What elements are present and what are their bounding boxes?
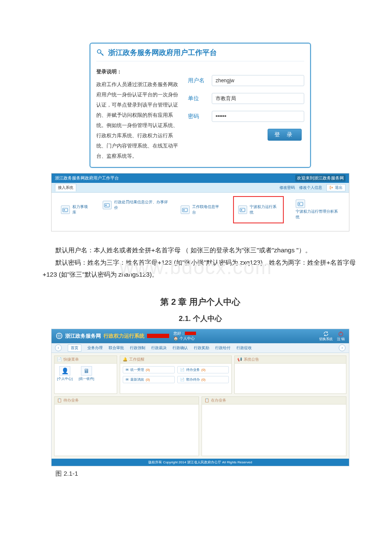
brand-text-1: 浙江政务服务网 bbox=[65, 332, 101, 340]
portal-title: 浙江政务服务网政府用户工作平台 bbox=[55, 175, 119, 181]
work-item-count: (0) bbox=[146, 368, 150, 372]
password-label: 密码 bbox=[188, 113, 206, 120]
globe-icon bbox=[56, 332, 63, 339]
refresh-icon bbox=[323, 331, 329, 337]
app-penalty-disclosure[interactable]: 行政处罚结果信息公开、办事评价 bbox=[103, 199, 169, 220]
nav-prev-button[interactable]: ‹ bbox=[55, 344, 62, 351]
exit-button[interactable]: 退出 bbox=[326, 184, 346, 191]
red-block bbox=[147, 334, 169, 338]
login-instructions-text: 政府工作人员通过浙江政务服务网政府用户统一身份认证平台的一次身份认证，可单点登录… bbox=[96, 79, 179, 161]
app-power-items[interactable]: 权力事项库 bbox=[61, 199, 91, 220]
app-icon bbox=[103, 201, 112, 209]
login-button[interactable]: 登 录 bbox=[268, 129, 302, 141]
nav-item[interactable]: 行政给付 bbox=[215, 345, 231, 351]
login-panel: 浙江政务服务网政府用户工作平台 登录说明： 政府工作人员通过浙江政务服务网政府用… bbox=[89, 43, 311, 168]
panel-head-pending: 📋 待办业务 bbox=[55, 397, 199, 405]
logout-label: 注 销 bbox=[337, 337, 345, 341]
login-instructions-title: 登录说明： bbox=[96, 66, 179, 77]
work-item-label: 待办业务 bbox=[186, 367, 200, 372]
body-text: 默认用户名：本人姓名或者姓全拼+名首字母 （ 如张三的登录名为"张三"或者"zh… bbox=[43, 244, 358, 281]
key-icon bbox=[96, 49, 105, 57]
portal-apps-grid: 权力事项库 行政处罚结果信息公开、办事评价 工作联络信息平台 宁波权力运行系统 bbox=[52, 193, 349, 231]
panel-inprogress: 📋 在办业务 bbox=[202, 396, 346, 456]
link-change-info[interactable]: 修改个人信息 bbox=[299, 185, 322, 191]
portal-tab-apps[interactable]: 接入系统 bbox=[55, 184, 76, 191]
app-label: 行政处罚结果信息公开、办事评价 bbox=[114, 199, 169, 211]
quick-item-label: [统一收件] bbox=[78, 376, 94, 381]
panel-head-inprogress: 📋 在办业务 bbox=[202, 397, 346, 405]
app-icon bbox=[238, 205, 247, 214]
svg-point-10 bbox=[299, 203, 300, 205]
svg-point-2 bbox=[63, 209, 65, 211]
password-input[interactable]: •••••• bbox=[212, 111, 304, 122]
work-item-accept[interactable]: ✉ 统一受理(0) bbox=[123, 366, 175, 373]
panel-quick-menu: 📄 快捷菜单 👤 [个人中心] 🖥 [统一收件] bbox=[54, 356, 117, 394]
app-icon bbox=[61, 205, 70, 214]
person-icon: 👤 bbox=[59, 366, 70, 376]
quick-item-personal[interactable]: 👤 [个人中心] bbox=[57, 366, 72, 381]
panel-title: 系统公告 bbox=[244, 357, 259, 362]
app-label: 工作联络信息平台 bbox=[192, 204, 221, 215]
svg-point-6 bbox=[183, 209, 185, 211]
chapter-2-heading: 第 2 章 用户个人中心 bbox=[43, 296, 358, 308]
switch-system-button[interactable]: 切换系统 bbox=[319, 331, 333, 341]
nav-item[interactable]: 行政奖励 bbox=[194, 345, 209, 351]
app-ningbo-analysis[interactable]: 宁波权力运行管理分析系统 bbox=[296, 199, 340, 220]
nav-item[interactable]: 行政裁决 bbox=[151, 345, 167, 351]
work-item-label: 统一受理 bbox=[130, 367, 144, 372]
quick-item-receive[interactable]: 🖥 [统一收件] bbox=[78, 366, 94, 381]
login-instructions: 登录说明： 政府工作人员通过浙江政务服务网政府用户统一身份认证平台的一次身份认证… bbox=[96, 66, 179, 161]
logout-button[interactable]: 注 销 bbox=[337, 331, 345, 341]
svg-point-8 bbox=[241, 209, 242, 211]
app-label: 宁波权力运行管理分析系统 bbox=[296, 209, 340, 220]
power-icon bbox=[338, 331, 344, 337]
quick-item-label: [个人中心] bbox=[57, 376, 72, 381]
login-title: 浙江政务服务网政府用户工作平台 bbox=[108, 48, 217, 58]
brand-text-2: 行政权力运行系统 bbox=[104, 332, 144, 340]
user-name-redacted bbox=[185, 332, 196, 335]
portal-tabbar: 接入系统 修改密码 修改个人信息 退出 bbox=[52, 183, 349, 193]
section-2-1-heading: 2.1. 个人中心 bbox=[43, 314, 358, 324]
username-input[interactable]: zhengjw bbox=[212, 75, 304, 86]
nav-item[interactable]: 行政征收 bbox=[236, 345, 252, 351]
app-ningbo-power-run[interactable]: 宁波权力运行系统 bbox=[233, 196, 284, 223]
app-work-contact[interactable]: 工作联络信息平台 bbox=[181, 199, 221, 220]
nav-home[interactable]: 首页 bbox=[68, 344, 81, 352]
username-label: 用户名 bbox=[188, 77, 206, 84]
paragraph-password-rule: 默认密码：姓名为三字：姓名首字母+123 (如"张小强"默认密码为 zxq123… bbox=[43, 257, 358, 281]
paragraph-username-rule: 默认用户名：本人姓名或者姓全拼+名首字母 （ 如张三的登录名为"张三"或者"zh… bbox=[43, 244, 358, 257]
svg-point-4 bbox=[105, 205, 107, 206]
switch-system-label: 切换系统 bbox=[319, 337, 333, 341]
portal-screenshot: 浙江政务服务网政府用户工作平台 欢迎来到浙江政务服务网 接入系统 修改密码 修改… bbox=[51, 173, 349, 231]
exit-label: 退出 bbox=[335, 185, 343, 191]
nav-item[interactable]: 业务办理 bbox=[87, 345, 103, 351]
system-footer: 版权所有 Copyright 2014 浙江省人民政府办公厅 All Right… bbox=[52, 459, 349, 466]
panel-head-quick-menu: 📄 快捷菜单 bbox=[55, 356, 117, 364]
work-item-todo[interactable]: 📄 待办业务(0) bbox=[177, 366, 229, 373]
nav-item[interactable]: 行政确认 bbox=[173, 345, 188, 351]
login-header: 浙江政务服务网政府用户工作平台 bbox=[96, 48, 304, 61]
system-header: 浙江政务服务网 行政权力运行系统 您好： 🏠 个人中心 切换系统 注 销 bbox=[52, 329, 349, 343]
work-item-division[interactable]: 📄 部办待办(0) bbox=[177, 376, 229, 383]
portal-welcome: 欢迎来到浙江政务服务网 bbox=[295, 175, 346, 182]
panel-work-remind: 🔔 工作提醒 ✉ 统一受理(0) 📄 待办业务(0) ✉ 最新消息(0) 📄 部… bbox=[120, 356, 232, 394]
unit-input[interactable]: 市教育局 bbox=[212, 93, 304, 104]
panel-pending: 📋 待办业务 bbox=[54, 396, 199, 456]
nav-next-button[interactable]: › bbox=[339, 344, 346, 351]
hello-label: 您好： bbox=[173, 331, 185, 335]
unit-label: 单位 bbox=[188, 95, 206, 102]
system-nav: ‹ 首页 业务办理 联合审批 行政强制 行政裁决 行政确认 行政奖励 行政给付 … bbox=[52, 343, 349, 353]
panel-title: 工作提醒 bbox=[129, 357, 144, 362]
nav-item[interactable]: 联合审批 bbox=[109, 345, 124, 351]
nav-item[interactable]: 行政强制 bbox=[130, 345, 145, 351]
link-change-password[interactable]: 修改密码 bbox=[280, 185, 295, 191]
panel-notice: 📢 系统公告 bbox=[234, 356, 346, 394]
personal-center-link[interactable]: 个人中心 bbox=[179, 336, 195, 341]
exit-icon bbox=[329, 185, 334, 190]
header-right-icons: 切换系统 注 销 bbox=[319, 331, 345, 341]
user-info-box: 您好： 🏠 个人中心 bbox=[173, 331, 196, 341]
work-item-news[interactable]: ✉ 最新消息(0) bbox=[123, 376, 175, 383]
panel-title: 在办业务 bbox=[211, 398, 226, 403]
work-item-label: 最新消息 bbox=[130, 377, 144, 382]
work-item-count: (0) bbox=[202, 368, 206, 372]
